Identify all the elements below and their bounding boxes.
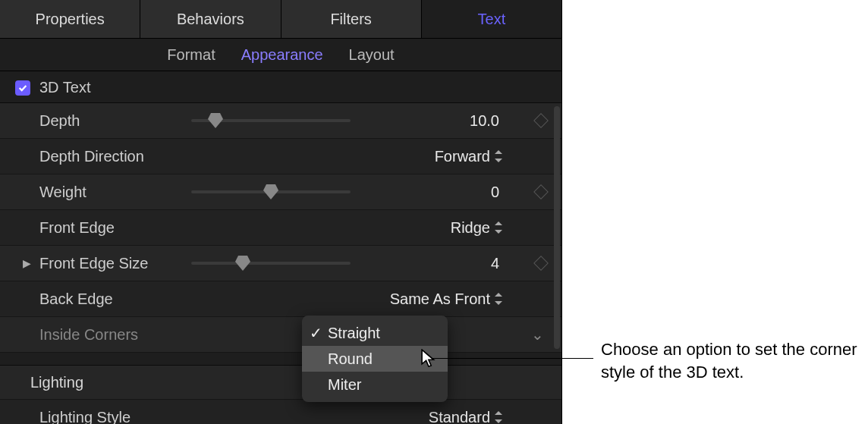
mouse-cursor-icon bbox=[421, 349, 438, 369]
label-inside-corners: Inside Corners bbox=[39, 326, 191, 344]
row-inside-corners: Inside Corners ⌄ bbox=[0, 317, 561, 353]
menu-item-label: Round bbox=[328, 350, 373, 368]
row-front-edge-size: ▶ Front Edge Size 4 bbox=[0, 246, 561, 281]
subtab-appearance[interactable]: Appearance bbox=[241, 46, 323, 64]
row-depth-direction: Depth Direction Forward bbox=[0, 139, 561, 174]
row-3d-text: 3D Text bbox=[0, 71, 561, 103]
slider-weight[interactable] bbox=[191, 190, 351, 193]
keyframe-front-edge-size[interactable] bbox=[533, 256, 549, 271]
chevron-down-icon[interactable]: ⌄ bbox=[528, 325, 546, 344]
value-depth-direction: Forward bbox=[435, 148, 490, 165]
menu-item-label: Straight bbox=[328, 325, 380, 342]
value-depth[interactable]: 10.0 bbox=[366, 112, 505, 130]
label-lighting-section: Lighting bbox=[30, 374, 83, 391]
tab-properties[interactable]: Properties bbox=[0, 0, 140, 38]
label-lighting-style: Lighting Style bbox=[39, 409, 191, 425]
label-front-edge: Front Edge bbox=[39, 219, 191, 237]
tab-behaviors[interactable]: Behaviors bbox=[140, 0, 281, 38]
value-front-edge-size[interactable]: 4 bbox=[366, 255, 505, 272]
inspector-panel: Properties Behaviors Filters Text Format… bbox=[0, 0, 562, 424]
row-back-edge: Back Edge Same As Front bbox=[0, 281, 561, 317]
inspector-tabs: Properties Behaviors Filters Text bbox=[0, 0, 561, 39]
menu-item-label: Miter bbox=[328, 376, 361, 394]
updown-icon bbox=[495, 293, 502, 305]
vertical-scrollbar[interactable] bbox=[554, 106, 560, 349]
subtab-layout[interactable]: Layout bbox=[349, 46, 395, 64]
slider-depth[interactable] bbox=[191, 119, 351, 122]
menu-item-miter[interactable]: Miter bbox=[302, 372, 448, 397]
text-subtabs: Format Appearance Layout bbox=[0, 39, 561, 71]
callout-leader-line bbox=[422, 358, 593, 359]
section-lighting-header: Lighting bbox=[0, 366, 561, 400]
label-back-edge: Back Edge bbox=[39, 291, 191, 308]
updown-icon bbox=[495, 150, 502, 162]
label-depth: Depth bbox=[39, 112, 191, 130]
value-front-edge: Ridge bbox=[451, 219, 490, 237]
slider-front-edge-size[interactable] bbox=[191, 262, 351, 265]
section-gap bbox=[0, 353, 561, 366]
dropdown-lighting-style[interactable]: Standard bbox=[191, 409, 505, 425]
dropdown-depth-direction[interactable]: Forward bbox=[191, 148, 505, 165]
label-3d-text: 3D Text bbox=[39, 79, 90, 96]
dropdown-front-edge[interactable]: Ridge bbox=[191, 219, 505, 237]
label-depth-direction: Depth Direction bbox=[39, 148, 191, 165]
parameter-rows: Depth 10.0 Depth Direction Forward Weigh… bbox=[0, 103, 561, 424]
updown-icon bbox=[495, 221, 502, 234]
value-lighting-style: Standard bbox=[429, 409, 490, 425]
row-lighting-style: Lighting Style Standard bbox=[0, 400, 561, 424]
checkbox-3d-text[interactable] bbox=[15, 80, 30, 96]
callout-text: Choose an option to set the corner style… bbox=[601, 338, 859, 383]
row-front-edge: Front Edge Ridge bbox=[0, 210, 561, 246]
dropdown-back-edge[interactable]: Same As Front bbox=[191, 291, 505, 308]
menu-item-straight[interactable]: ✓ Straight bbox=[302, 320, 448, 346]
value-weight[interactable]: 0 bbox=[366, 184, 505, 201]
label-front-edge-size: Front Edge Size bbox=[39, 255, 191, 272]
keyframe-depth[interactable] bbox=[533, 113, 549, 128]
checkmark-icon: ✓ bbox=[310, 324, 322, 342]
updown-icon bbox=[495, 411, 502, 423]
value-back-edge: Same As Front bbox=[390, 291, 490, 308]
row-depth: Depth 10.0 bbox=[0, 103, 561, 139]
keyframe-weight[interactable] bbox=[533, 184, 549, 199]
label-weight: Weight bbox=[39, 184, 191, 201]
subtab-format[interactable]: Format bbox=[167, 46, 215, 64]
tab-text[interactable]: Text bbox=[422, 0, 561, 38]
row-weight: Weight 0 bbox=[0, 174, 561, 210]
disclosure-triangle-icon[interactable]: ▶ bbox=[23, 257, 31, 269]
tab-filters[interactable]: Filters bbox=[281, 0, 422, 38]
